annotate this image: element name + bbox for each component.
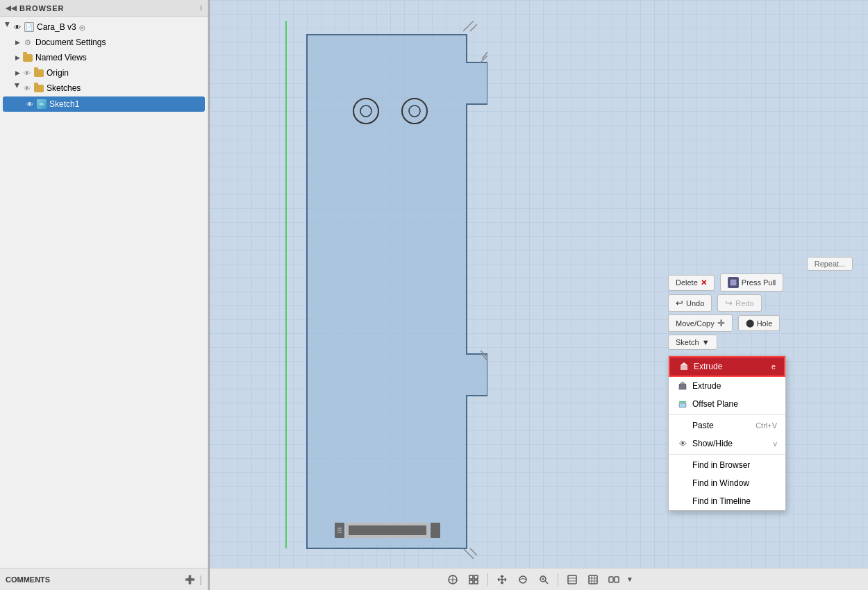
redo-icon: ↪ — [725, 298, 733, 308]
undo-label: Undo — [686, 299, 704, 307]
browser-pin-icon[interactable]: ⁞ — [200, 4, 202, 12]
browser-title-area: ◀◀ BROWSER — [6, 4, 64, 12]
offset-plane-icon — [677, 398, 688, 410]
bottom-toolbar: ▼ — [210, 568, 868, 590]
comments-add-icon[interactable]: ➕ — [185, 575, 195, 584]
press-pull-label: Press Pull — [742, 278, 776, 287]
toolbar-sep-1 — [487, 573, 488, 586]
dropdown-item-find-timeline[interactable]: Find in Timeline — [669, 492, 785, 510]
display-more-icon[interactable]: ▼ — [626, 575, 633, 583]
tool-display1[interactable] — [564, 571, 581, 588]
main-canvas[interactable]: Repeat... Delete ✕ Press Pull ↩ — [210, 0, 868, 590]
eye-icon[interactable]: 👁 — [22, 83, 32, 93]
redo-button[interactable]: ↪ Redo — [717, 294, 761, 312]
svg-rect-12 — [730, 279, 737, 286]
svg-rect-25 — [474, 580, 478, 584]
browser-header: ◀◀ BROWSER ⁞ — [0, 0, 208, 17]
move-copy-icon: ✛ — [717, 318, 725, 328]
svg-rect-13 — [681, 365, 687, 370]
context-menu: Repeat... Delete ✕ Press Pull ↩ — [668, 257, 783, 351]
item-icon — [33, 83, 44, 94]
divider-2 — [669, 454, 785, 455]
dropdown-item-extrude-highlighted[interactable]: Extrude e — [669, 356, 785, 377]
svg-rect-22 — [469, 575, 473, 579]
svg-marker-14 — [681, 362, 687, 365]
expand-arrow[interactable]: ▶ — [4, 22, 11, 32]
dropdown-item-find-browser[interactable]: Find in Browser — [669, 456, 785, 474]
dropdown-label-paste: Paste — [692, 421, 714, 430]
redo-label: Redo — [735, 299, 753, 307]
dropdown-label-show-hide: Show/Hide — [692, 439, 733, 448]
tool-display3[interactable] — [606, 571, 622, 588]
sketch-dropdown-button[interactable]: Sketch ▼ — [668, 335, 717, 350]
tree-item-sketches[interactable]: ▶ 👁 Sketches — [0, 81, 208, 96]
dropdown-label-find-browser: Find in Browser — [692, 460, 750, 470]
expand-arrow[interactable]: ▶ — [12, 39, 22, 46]
svg-rect-23 — [474, 575, 478, 579]
find-timeline-icon — [677, 496, 688, 507]
item-icon: ✏ — [36, 99, 47, 110]
svg-line-5 — [470, 24, 477, 31]
toolbar-row-1: Delete ✕ Press Pull — [668, 273, 783, 292]
expand-arrow[interactable]: ▶ — [12, 69, 22, 76]
tool-display2[interactable] — [585, 571, 601, 588]
eye-icon[interactable]: 👁 — [25, 99, 35, 109]
delete-button[interactable]: Delete ✕ — [668, 275, 715, 291]
tool-grid[interactable] — [465, 571, 482, 588]
item-label-sketch1: Sketch1 — [49, 99, 79, 109]
delete-icon: ✕ — [701, 278, 707, 287]
item-label-doc-settings: Document Settings — [35, 37, 106, 47]
sketch-dropdown-label: Sketch — [676, 338, 699, 346]
tree-item-document-settings[interactable]: ▶ ⚙ Document Settings — [0, 35, 208, 50]
sketch-dropdown-row: Sketch ▼ — [668, 335, 783, 350]
dropdown-item-show-hide[interactable]: 👁 Show/Hide v — [669, 435, 785, 453]
paste-icon — [677, 420, 688, 431]
target-icon[interactable]: ◎ — [79, 24, 85, 31]
eye-icon[interactable]: 👁 — [12, 22, 22, 32]
browser-collapse-icon[interactable]: ◀◀ — [6, 4, 17, 12]
dropdown-item-find-window[interactable]: Find in Window — [669, 474, 785, 492]
item-icon — [22, 52, 33, 63]
show-hide-shortcut: v — [774, 439, 778, 448]
move-copy-label: Move/Copy — [676, 319, 715, 328]
dropdown-label-extrude: Extrude — [692, 381, 721, 391]
comments-label: COMMENTS — [6, 575, 50, 584]
repeat-button[interactable]: Repeat... — [807, 257, 853, 271]
eye-icon[interactable]: 👁 — [22, 68, 32, 78]
tool-orbit[interactable] — [515, 571, 531, 588]
item-icon: ⚙ — [22, 37, 33, 48]
dropdown-item-offset-plane[interactable]: Offset Plane — [669, 395, 785, 413]
item-label-sketches: Sketches — [47, 83, 81, 93]
dropdown-item-extrude[interactable]: Extrude — [669, 377, 785, 395]
show-hide-icon: 👁 — [677, 438, 688, 449]
item-label-origin: Origin — [47, 68, 69, 78]
move-copy-button[interactable]: Move/Copy ✛ — [668, 314, 733, 332]
tree-item-origin[interactable]: ▶ 👁 Origin — [0, 65, 208, 81]
undo-button[interactable]: ↩ Undo — [668, 294, 712, 312]
hole-label: Hole — [757, 319, 773, 328]
find-window-icon — [677, 478, 688, 489]
tree-item-sketch1[interactable]: 👁 ✏ Sketch1 — [3, 96, 205, 112]
tree-item-cara-b[interactable]: ▶ 👁 📄 Cara_B v3 ◎ — [0, 19, 208, 35]
expand-arrow[interactable]: ▶ — [12, 54, 22, 61]
hole-button[interactable]: ⬤ Hole — [738, 315, 781, 331]
svg-line-28 — [545, 581, 548, 584]
press-pull-button[interactable]: Press Pull — [720, 273, 784, 292]
tree-item-named-views[interactable]: ▶ Named Views — [0, 50, 208, 65]
browser-title: BROWSER — [19, 4, 64, 12]
svg-rect-24 — [469, 580, 473, 584]
item-label-named-views: Named Views — [35, 53, 87, 62]
expand-arrow[interactable]: ▶ — [14, 83, 21, 93]
dropdown-label-find-window: Find in Window — [692, 478, 749, 488]
tool-zoom[interactable] — [535, 571, 552, 588]
app-container: ◀◀ BROWSER ⁞ ▶ 👁 📄 Cara_B v3 ◎ ▶ — [0, 0, 868, 590]
tool-pan[interactable] — [494, 571, 510, 588]
left-panel: ◀◀ BROWSER ⁞ ▶ 👁 📄 Cara_B v3 ◎ ▶ — [0, 0, 208, 590]
find-browser-icon — [677, 460, 688, 471]
dropdown-label-find-timeline: Find in Timeline — [692, 496, 751, 506]
undo-icon: ↩ — [676, 298, 683, 308]
dropdown-item-paste[interactable]: Paste Ctrl+V — [669, 416, 785, 435]
comments-divider: | — [199, 574, 202, 585]
svg-marker-16 — [679, 382, 686, 385]
tool-snap[interactable] — [444, 571, 461, 588]
